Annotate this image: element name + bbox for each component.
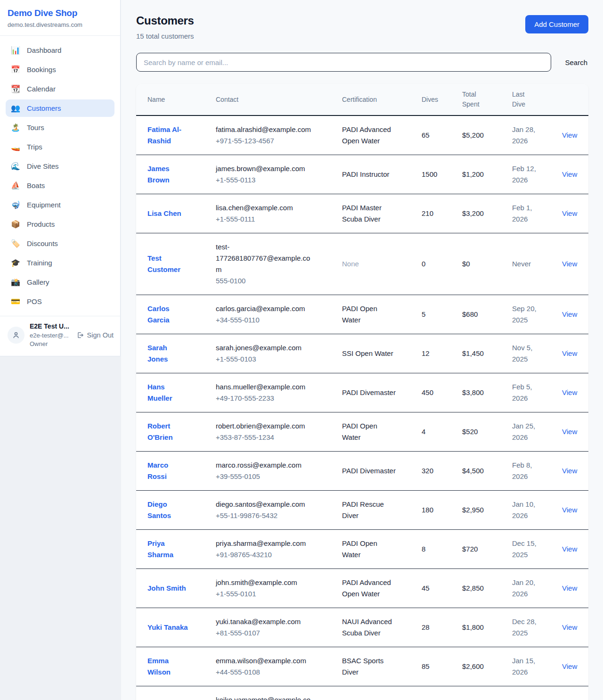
sidebar-item-equipment[interactable]: 🤿Equipment [6, 196, 114, 214]
view-customer-link[interactable]: View [562, 662, 577, 670]
sidebar-item-training[interactable]: 🎓Training [6, 254, 114, 272]
sidebar-item-trips[interactable]: 🚤Trips [6, 138, 114, 156]
customer-certification: NAUI Advanced Scuba Diver [342, 608, 422, 647]
view-customer-link[interactable]: View [562, 310, 577, 318]
sidebar-item-label: Bookings [27, 66, 56, 74]
customer-name-link[interactable]: James Brown [136, 155, 216, 194]
customer-dives: 5 [422, 295, 462, 334]
customer-name-link[interactable]: Fatima Al-Rashid [136, 115, 216, 155]
customer-email: priya.sharma@example.com [216, 538, 316, 549]
customer-contact: john.smith@example.com+1-555-0101 [216, 569, 342, 608]
customer-name-link[interactable]: Sarah Jones [136, 334, 216, 373]
customer-email: test-1772681807767@example.com [216, 241, 316, 275]
customer-dives: 8 [422, 530, 462, 569]
view-customer-link[interactable]: View [562, 388, 577, 396]
customer-name-link[interactable]: Lisa Chen [136, 194, 216, 233]
customer-phone: +1-555-0101 [216, 588, 316, 600]
view-customer-link[interactable]: View [562, 131, 577, 139]
sidebar-item-pos[interactable]: 💳POS [6, 293, 114, 310]
table-row: Marco Rossimarco.rossi@example.com+39-55… [136, 452, 588, 491]
sidebar-item-bookings[interactable]: 📅Bookings [6, 61, 114, 78]
view-customer-link[interactable]: View [562, 209, 577, 217]
customer-last-dive: Feb 12, 2026 [512, 155, 562, 194]
sidebar-item-dashboard[interactable]: 📊Dashboard [6, 41, 114, 59]
search-input[interactable] [136, 53, 551, 72]
customer-name-link[interactable]: Keiko Yamamoto [136, 686, 216, 700]
sidebar-item-products[interactable]: 📦Products [6, 215, 114, 233]
shop-title: Demo Dive Shop [8, 8, 113, 18]
view-customer-link[interactable]: View [562, 584, 577, 592]
customer-phone: +971-55-123-4567 [216, 135, 316, 147]
customer-action-cell: View [562, 686, 588, 700]
customer-phone: +49-170-555-2233 [216, 393, 316, 404]
user-role: Owner [30, 340, 71, 348]
customer-contact: test-1772681807767@example.com555-0100 [216, 233, 342, 295]
sign-out-button[interactable]: Sign Out [76, 331, 114, 339]
table-row: Emma Wilsonemma.wilson@example.com+44-55… [136, 647, 588, 686]
customer-dives: 450 [422, 373, 462, 412]
customers-table-card: NameContactCertificationDivesTotal Spent… [136, 84, 588, 700]
view-customer-link[interactable]: View [562, 623, 577, 631]
sidebar-item-calendar[interactable]: 📆Calendar [6, 80, 114, 98]
customer-name-link[interactable]: Hans Mueller [136, 373, 216, 412]
customer-action-cell: View [562, 452, 588, 491]
view-customer-link[interactable]: View [562, 260, 577, 268]
customer-name-link[interactable]: Yuki Tanaka [136, 608, 216, 647]
column-header-actions [562, 84, 588, 115]
customer-last-dive: Dec 15, 2025 [512, 530, 562, 569]
customer-name-link[interactable]: Carlos Garcia [136, 295, 216, 334]
customer-phone: 555-0100 [216, 275, 316, 287]
customer-email: james.brown@example.com [216, 163, 316, 174]
page-header: Customers 15 total customers Add Custome… [136, 14, 588, 40]
sign-out-label: Sign Out [87, 331, 114, 339]
search-button[interactable]: Search [564, 55, 588, 70]
sailboat-icon: ⛵ [10, 181, 21, 190]
customer-last-dive: Jan 28, 2026 [512, 115, 562, 155]
customer-last-dive: Feb 8, 2026 [512, 452, 562, 491]
view-customer-link[interactable]: View [562, 428, 577, 436]
sidebar-item-discounts[interactable]: 🏷️Discounts [6, 235, 114, 252]
customer-contact: fatima.alrashid@example.com+971-55-123-4… [216, 115, 342, 155]
customer-dives: 1500 [422, 155, 462, 194]
view-customer-link[interactable]: View [562, 467, 577, 475]
customer-name-link[interactable]: Robert O'Brien [136, 412, 216, 452]
sidebar-item-gallery[interactable]: 📸Gallery [6, 273, 114, 291]
sidebar-item-tours[interactable]: 🏝️Tours [6, 119, 114, 136]
customer-phone: +55-11-99876-5432 [216, 510, 316, 521]
sidebar-item-boats[interactable]: ⛵Boats [6, 177, 114, 194]
sidebar-item-customers[interactable]: 👥Customers [6, 99, 114, 117]
sidebar-item-dive-sites[interactable]: 🌊Dive Sites [6, 157, 114, 175]
customer-action-cell: View [562, 155, 588, 194]
customer-name-link[interactable]: Test Customer [136, 233, 216, 295]
customer-name-link[interactable]: Emma Wilson [136, 647, 216, 686]
customer-name-link[interactable]: Priya Sharma [136, 530, 216, 569]
customer-email: keiko.yamamoto@example.com [216, 694, 316, 700]
sidebar-item-label: Calendar [27, 85, 56, 93]
customer-name-link[interactable]: Diego Santos [136, 491, 216, 530]
add-customer-button[interactable]: Add Customer [525, 15, 588, 33]
customer-name-link[interactable]: Marco Rossi [136, 452, 216, 491]
view-customer-link[interactable]: View [562, 545, 577, 553]
customer-total-spent: $720 [462, 530, 512, 569]
island-icon: 🏝️ [10, 123, 21, 132]
table-row: Carlos Garciacarlos.garcia@example.com+3… [136, 295, 588, 334]
customer-total-spent: $3,800 [462, 373, 512, 412]
page-subtitle: 15 total customers [136, 32, 194, 40]
customer-contact: carlos.garcia@example.com+34-555-0110 [216, 295, 342, 334]
customer-certification: PADI Divemaster [342, 452, 422, 491]
customer-certification: PADI Divemaster [342, 373, 422, 412]
customer-certification: PADI Open Water [342, 295, 422, 334]
customer-dives: 180 [422, 491, 462, 530]
user-name: E2E Test U... [30, 322, 71, 331]
table-row: Test Customertest-1772681807767@example.… [136, 233, 588, 295]
customer-last-dive: Jan 10, 2026 [512, 491, 562, 530]
view-customer-link[interactable]: View [562, 506, 577, 514]
customer-contact: sarah.jones@example.com+1-555-0103 [216, 334, 342, 373]
view-customer-link[interactable]: View [562, 170, 577, 178]
sidebar: Demo Dive Shop demo.test.divestreams.com… [0, 0, 121, 356]
customer-dives: 65 [422, 115, 462, 155]
customer-email: hans.mueller@example.com [216, 381, 316, 393]
customer-name-link[interactable]: John Smith [136, 569, 216, 608]
view-customer-link[interactable]: View [562, 349, 577, 357]
customer-certification: PADI Rescue Diver [342, 491, 422, 530]
